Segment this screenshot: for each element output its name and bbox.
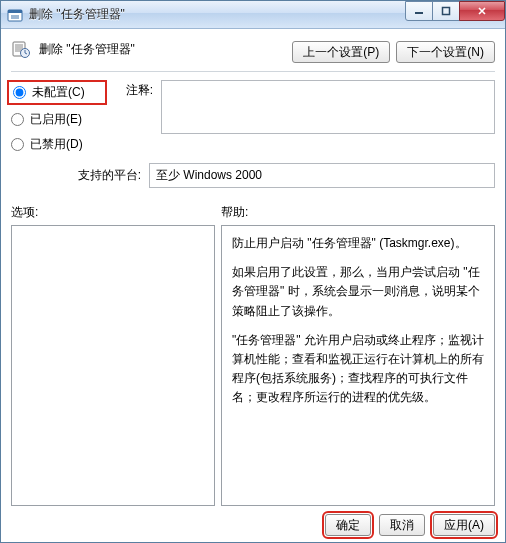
help-paragraph: "任务管理器" 允许用户启动或终止程序；监视计算机性能；查看和监视正运行在计算机… bbox=[232, 331, 484, 408]
policy-dialog: 删除 "任务管理器" 删除 "任务管理器" bbox=[0, 0, 506, 543]
maximize-button[interactable] bbox=[432, 1, 460, 21]
radio-disabled[interactable]: 已禁用(D) bbox=[11, 136, 103, 153]
radio-enabled-label: 已启用(E) bbox=[30, 111, 82, 128]
titlebar[interactable]: 删除 "任务管理器" bbox=[1, 1, 505, 29]
dialog-content: 删除 "任务管理器" 上一个设置(P) 下一个设置(N) 未配置(C) 已启用(… bbox=[1, 29, 505, 542]
cancel-button[interactable]: 取消 bbox=[379, 514, 425, 536]
nav-buttons: 上一个设置(P) 下一个设置(N) bbox=[292, 37, 495, 63]
app-icon bbox=[7, 7, 23, 23]
close-button[interactable] bbox=[459, 1, 505, 21]
previous-setting-button[interactable]: 上一个设置(P) bbox=[292, 41, 390, 63]
comment-input[interactable] bbox=[161, 80, 495, 134]
help-label: 帮助: bbox=[221, 204, 248, 221]
ok-button[interactable]: 确定 bbox=[325, 514, 371, 536]
divider bbox=[11, 71, 495, 72]
platform-label: 支持的平台: bbox=[11, 163, 141, 184]
radio-not-configured-input[interactable] bbox=[13, 86, 26, 99]
radio-enabled-input[interactable] bbox=[11, 113, 24, 126]
apply-button[interactable]: 应用(A) bbox=[433, 514, 495, 536]
panes: 防止用户启动 "任务管理器" (Taskmgr.exe)。 如果启用了此设置，那… bbox=[11, 225, 495, 506]
window-title: 删除 "任务管理器" bbox=[29, 6, 406, 23]
next-setting-button[interactable]: 下一个设置(N) bbox=[396, 41, 495, 63]
svg-rect-2 bbox=[443, 7, 450, 14]
policy-title: 删除 "任务管理器" bbox=[39, 37, 135, 58]
lower-labels: 选项: 帮助: bbox=[11, 204, 495, 221]
config-row: 未配置(C) 已启用(E) 已禁用(D) 注释: bbox=[11, 80, 495, 153]
radio-disabled-label: 已禁用(D) bbox=[30, 136, 83, 153]
policy-icon bbox=[11, 39, 31, 59]
window-controls bbox=[406, 1, 505, 21]
radio-group: 未配置(C) 已启用(E) 已禁用(D) bbox=[11, 80, 103, 153]
header-row: 删除 "任务管理器" 上一个设置(P) 下一个设置(N) bbox=[11, 37, 495, 63]
platform-row: 支持的平台: 至少 Windows 2000 bbox=[11, 163, 495, 188]
svg-rect-1 bbox=[8, 10, 22, 13]
radio-not-configured-label: 未配置(C) bbox=[32, 84, 85, 101]
radio-not-configured[interactable]: 未配置(C) bbox=[7, 80, 107, 105]
radio-enabled[interactable]: 已启用(E) bbox=[11, 111, 103, 128]
platform-value: 至少 Windows 2000 bbox=[149, 163, 495, 188]
footer: 确定 取消 应用(A) bbox=[11, 506, 495, 536]
radio-disabled-input[interactable] bbox=[11, 138, 24, 151]
comment-label: 注释: bbox=[111, 80, 153, 153]
help-pane: 防止用户启动 "任务管理器" (Taskmgr.exe)。 如果启用了此设置，那… bbox=[221, 225, 495, 506]
options-label: 选项: bbox=[11, 204, 221, 221]
minimize-button[interactable] bbox=[405, 1, 433, 21]
help-paragraph: 防止用户启动 "任务管理器" (Taskmgr.exe)。 bbox=[232, 234, 484, 253]
help-paragraph: 如果启用了此设置，那么，当用户尝试启动 "任务管理器" 时，系统会显示一则消息，… bbox=[232, 263, 484, 321]
options-pane bbox=[11, 225, 215, 506]
